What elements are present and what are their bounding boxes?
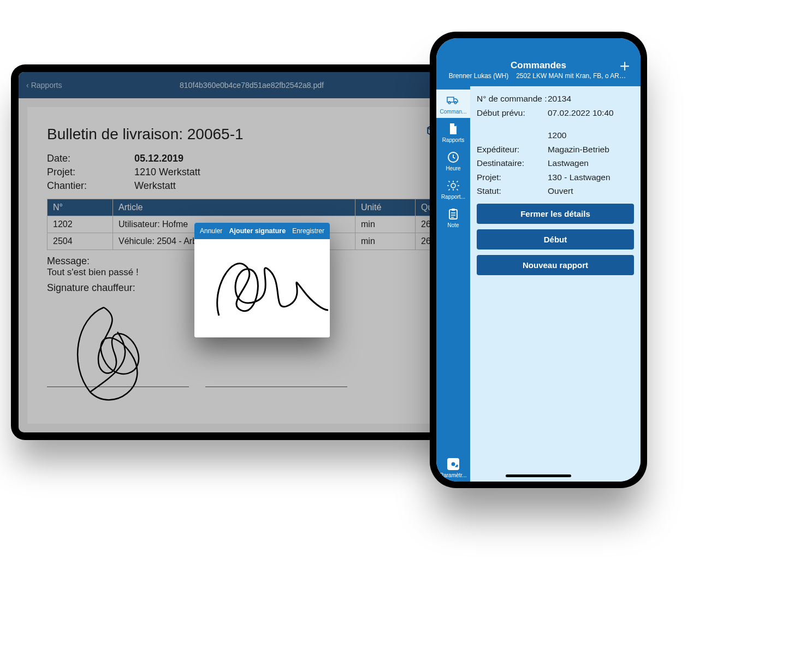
header-user: Brenner Lukas (WH) — [449, 72, 508, 80]
date-value: 05.12.2019 — [134, 152, 183, 165]
phone-screen: Commandes Brenner Lukas (WH) 2502 LKW MA… — [436, 38, 641, 482]
driver-signature — [66, 299, 191, 408]
site-label: Chantier: — [47, 179, 134, 193]
phone-header: Commandes Brenner Lukas (WH) 2502 LKW MA… — [436, 38, 641, 86]
recipient-label: Destinataire: — [477, 156, 548, 170]
col-unit: Unité — [355, 199, 416, 216]
doc-title: Bulletin de livraison: 20065-1 — [47, 126, 457, 143]
cancel-button[interactable]: Annuler — [200, 227, 222, 235]
phone-device: Commandes Brenner Lukas (WH) 2502 LKW MA… — [430, 32, 647, 488]
extra-value: 1200 — [548, 128, 566, 143]
sidebar-item-settings[interactable]: Paramètr... — [436, 453, 470, 482]
tablet-screen: ‹ Rapports 810f4b360e0b4ce78d51ae82fb254… — [19, 72, 485, 432]
plus-icon: ＋ — [617, 56, 633, 74]
col-no: N° — [48, 199, 113, 216]
clock-icon — [446, 151, 461, 164]
project-label: Projet: — [47, 165, 134, 179]
sidebar-item-label: Note — [447, 222, 459, 228]
sidebar-item-rapport[interactable]: Rapport... — [436, 175, 470, 203]
phone-main: N° de commande :20134 Début prévu:07.02.… — [470, 86, 641, 482]
modal-title: Ajouter signature — [229, 227, 286, 235]
svg-rect-2 — [452, 209, 455, 211]
signature-line — [205, 387, 347, 387]
status-value: Ouvert — [548, 184, 573, 198]
sidebar-item-commandes[interactable]: Comman... — [436, 90, 470, 118]
sidebar-item-note[interactable]: Note — [436, 203, 470, 231]
order-no-value: 20134 — [548, 92, 571, 106]
order-no-label: N° de commande : — [477, 92, 548, 106]
cell-unit: min — [355, 216, 416, 233]
sidebar-item-label: Paramètr... — [440, 472, 467, 478]
gear-icon — [446, 458, 461, 471]
sidebar-item-heure[interactable]: Heure — [436, 146, 470, 175]
col-article: Article — [113, 199, 355, 216]
phone-sidebar: Comman... Rapports Heure Rapport... Note — [436, 86, 470, 482]
start-button[interactable]: Début — [477, 229, 634, 250]
sender-value: Magazin-Betrieb — [548, 143, 609, 157]
wrench-gear-icon — [446, 179, 461, 192]
tablet-header: ‹ Rapports 810f4b360e0b4ce78d51ae82fb254… — [19, 72, 485, 98]
cell-unit: min — [355, 233, 416, 250]
cell-no: 1202 — [48, 216, 113, 233]
sidebar-item-label: Rapports — [442, 137, 465, 143]
signature-canvas[interactable] — [194, 239, 330, 337]
project-value: 1210 Werkstatt — [134, 165, 200, 179]
sidebar-item-label: Rapport... — [441, 194, 465, 200]
start-value: 07.02.2022 10:40 — [548, 106, 614, 120]
home-indicator — [506, 474, 571, 477]
site-value: Werkstatt — [134, 179, 176, 193]
save-button[interactable]: Enregistrer — [292, 227, 324, 235]
tablet-device: ‹ Rapports 810f4b360e0b4ce78d51ae82fb254… — [11, 64, 493, 440]
truck-icon — [446, 94, 461, 107]
close-details-button[interactable]: Fermer les détails — [477, 204, 634, 224]
action-buttons: Fermer les détails Début Nouveau rapport — [477, 204, 634, 275]
sidebar-item-label: Heure — [446, 165, 460, 171]
header-vehicle: 2502 LKW MAN mit Kran, FB, o ARd, -32 t — [516, 72, 628, 80]
start-label: Début prévu: — [477, 106, 548, 120]
project-value: 130 - Lastwagen — [548, 170, 611, 185]
document-icon — [446, 122, 461, 135]
date-label: Date: — [47, 152, 134, 165]
cell-no: 2504 — [48, 233, 113, 250]
header-title: Commandes — [443, 60, 634, 71]
new-report-button[interactable]: Nouveau rapport — [477, 255, 634, 275]
modal-header: Annuler Ajouter signature Enregistrer — [194, 223, 330, 239]
sidebar-item-rapports[interactable]: Rapports — [436, 118, 470, 146]
status-label: Statut: — [477, 184, 548, 198]
add-button[interactable]: ＋ — [617, 60, 633, 71]
sidebar-item-label: Comman... — [440, 109, 467, 115]
spacer-label — [477, 128, 548, 143]
signature-modal: Annuler Ajouter signature Enregistrer — [194, 223, 330, 337]
file-title: 810f4b360e0b4ce78d51ae82fb2542a8.pdf — [19, 81, 485, 90]
recipient-value: Lastwagen — [548, 156, 589, 170]
clipboard-icon — [446, 207, 461, 221]
project-label: Projet: — [477, 170, 548, 185]
phone-body: Comman... Rapports Heure Rapport... Note — [436, 86, 641, 482]
sender-label: Expéditeur: — [477, 143, 548, 157]
